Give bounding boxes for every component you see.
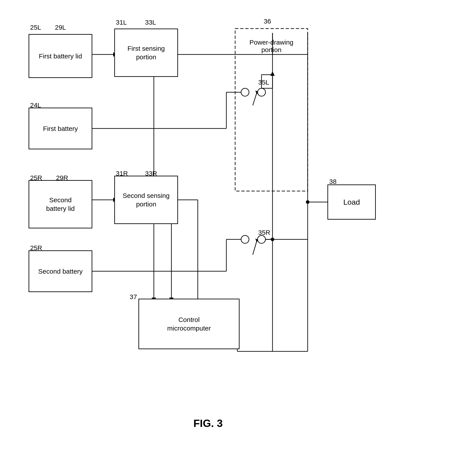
first-sensing-box: First sensingportion [114,29,178,77]
svg-line-24 [253,240,257,255]
svg-point-38 [306,200,309,204]
ref-33L: 33L [145,19,156,26]
load-box: Load [327,185,376,219]
ref-25R-lid: 25R [30,174,42,182]
first-battery-box: First battery [29,108,92,149]
svg-point-20 [258,235,265,243]
ref-31R: 31R [116,170,128,177]
second-battery-box: Second battery [29,250,92,292]
second-battery-lid-box: Secondbattery lid [29,180,92,228]
figure-label: FIG. 3 [193,417,223,429]
ref-36: 36 [264,17,271,25]
ref-25L: 25L [30,24,41,31]
svg-point-19 [241,235,249,243]
second-sensing-box: Second sensingportion [114,176,178,224]
ref-37: 37 [130,293,137,301]
ref-29R: 29R [56,174,68,182]
power-drawing-label: Power-drawingportion [237,32,306,60]
first-battery-lid-box: First battery lid [29,34,92,78]
ref-31L: 31L [116,19,127,26]
svg-point-48 [271,238,274,241]
diagram-container: First battery lid First sensingportion F… [0,0,476,468]
ref-38: 38 [329,178,337,185]
ref-24L: 24L [30,102,41,109]
ref-29L: 29L [55,24,66,31]
ref-25R-bat: 25R [30,244,42,252]
control-microcomputer-box: Controlmicrocomputer [138,299,240,349]
ref-35R: 35R [258,229,270,236]
ref-33R: 33R [145,170,157,177]
ref-35L: 35L [258,79,269,86]
